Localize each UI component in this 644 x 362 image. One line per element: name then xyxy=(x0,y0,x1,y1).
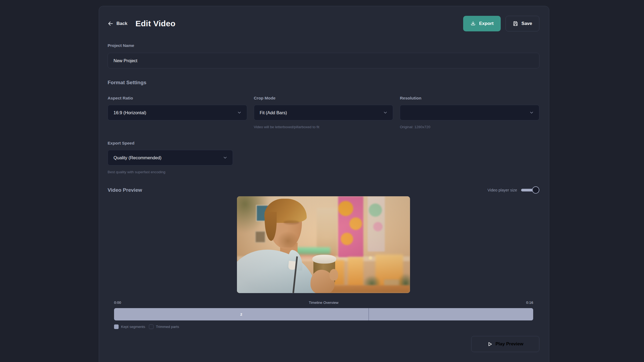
export-speed-label: Export Speed xyxy=(108,141,233,146)
timeline-end-time: 0:16 xyxy=(526,301,533,305)
export-button[interactable]: Export xyxy=(463,16,501,31)
export-speed-field: Export Speed Quality (Recommended) Best … xyxy=(108,141,233,174)
timeline-bar[interactable]: 2 xyxy=(114,308,533,320)
export-speed-select[interactable]: Quality (Recommended) xyxy=(108,150,233,165)
save-label: Save xyxy=(521,21,532,26)
project-name-label: Project Name xyxy=(108,43,539,48)
video-player[interactable] xyxy=(237,196,410,293)
back-arrow-icon xyxy=(108,21,114,27)
aspect-ratio-field: Aspect Ratio 16:9 (Horizontal) xyxy=(108,96,247,129)
crop-mode-field: Crop Mode Fit (Add Bars) Video will be l… xyxy=(254,96,393,129)
save-button[interactable]: Save xyxy=(506,16,539,31)
player-size-control: Video player size xyxy=(488,186,539,194)
header-actions: Export Save xyxy=(463,16,539,31)
aspect-ratio-value: 16:9 (Horizontal) xyxy=(114,110,146,115)
chevron-down-icon xyxy=(383,110,388,115)
video-preview-header: Video Preview Video player size xyxy=(108,186,539,194)
slider-knob[interactable] xyxy=(532,186,539,194)
chevron-down-icon xyxy=(529,110,534,115)
timeline-segment[interactable]: 2 xyxy=(114,308,368,320)
aspect-ratio-label: Aspect Ratio xyxy=(108,96,247,101)
color-grade-overlay xyxy=(237,196,410,293)
crop-mode-helper: Video will be letterboxed/pillarboxed to… xyxy=(254,125,393,129)
export-speed-helper: Best quality with superfast encoding xyxy=(108,170,233,174)
page-title: Edit Video xyxy=(136,19,175,28)
crop-mode-label: Crop Mode xyxy=(254,96,393,101)
kept-segments-label: Kept segments xyxy=(121,325,145,329)
video-preview-heading: Video Preview xyxy=(108,187,142,193)
player-size-label: Video player size xyxy=(488,188,517,192)
project-name-input[interactable] xyxy=(108,53,539,68)
timeline-segment[interactable] xyxy=(368,308,533,320)
play-preview-button[interactable]: Play Preview xyxy=(471,336,539,352)
kept-segments-swatch xyxy=(114,324,119,329)
export-label: Export xyxy=(479,21,493,26)
resolution-select[interactable] xyxy=(400,105,539,120)
timeline-labels: 0:00 Timeline Overview 0:16 xyxy=(114,301,533,305)
back-label: Back xyxy=(116,21,127,26)
edit-video-panel: Back Edit Video Export Save Project Name… xyxy=(99,6,549,362)
resolution-label: Resolution xyxy=(400,96,539,101)
player-size-slider[interactable] xyxy=(521,186,539,194)
video-preview-area xyxy=(108,196,539,293)
chevron-down-icon xyxy=(223,155,228,160)
segment-label: 2 xyxy=(240,312,242,316)
crop-mode-value: Fit (Add Bars) xyxy=(260,110,287,115)
format-settings-grid: Aspect Ratio 16:9 (Horizontal) Crop Mode… xyxy=(108,96,539,129)
back-button[interactable]: Back xyxy=(108,21,127,27)
format-settings-heading: Format Settings xyxy=(108,80,539,86)
export-speed-value: Quality (Recommended) xyxy=(114,155,162,160)
trimmed-parts-swatch xyxy=(149,324,153,329)
timeline-title: Timeline Overview xyxy=(309,301,339,305)
timeline-section: 0:00 Timeline Overview 0:16 2 Kept segme… xyxy=(114,301,533,329)
aspect-ratio-select[interactable]: 16:9 (Horizontal) xyxy=(108,105,247,120)
play-preview-row: Play Preview xyxy=(108,336,539,352)
play-preview-label: Play Preview xyxy=(496,341,524,347)
header-left: Back Edit Video xyxy=(108,19,175,28)
download-icon xyxy=(470,21,476,26)
timeline-start-time: 0:00 xyxy=(114,301,121,305)
resolution-helper: Original: 1280x720 xyxy=(400,125,539,129)
resolution-field: Resolution Original: 1280x720 xyxy=(400,96,539,129)
header: Back Edit Video Export Save xyxy=(108,16,539,31)
chevron-down-icon xyxy=(237,110,242,115)
crop-mode-select[interactable]: Fit (Add Bars) xyxy=(254,105,393,120)
play-icon xyxy=(487,342,492,347)
timeline-legend: Kept segments Trimmed parts xyxy=(114,324,533,329)
save-floppy-icon xyxy=(513,21,518,26)
trimmed-parts-label: Trimmed parts xyxy=(156,325,179,329)
